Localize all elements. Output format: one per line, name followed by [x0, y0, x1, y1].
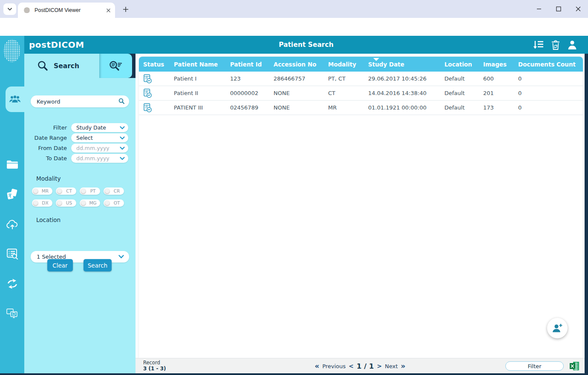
to-date-select[interactable]: dd.mm.yyyy	[71, 154, 128, 163]
browser-tab[interactable]: PostDICOM Viewer	[18, 3, 115, 18]
search-tab-icon	[37, 60, 49, 72]
column-header-accession-no[interactable]: Accession No	[274, 57, 328, 72]
modality-toggle-ot[interactable]: OT	[104, 199, 124, 207]
cell-study-date: 01.01.1921 00:00:00	[368, 104, 444, 111]
window-close-button[interactable]	[568, 0, 588, 18]
tab-advanced-search[interactable]	[99, 54, 132, 78]
column-header-patient-name[interactable]: Patient Name	[174, 57, 230, 72]
from-date-select[interactable]: dd.mm.yyyy	[71, 144, 128, 153]
cloud-upload-icon	[6, 219, 19, 230]
column-header-study-date[interactable]: Study Date	[368, 57, 444, 72]
cell-modality: PT, CT	[328, 75, 368, 82]
trash-recycle-icon[interactable]	[551, 40, 560, 50]
chevron-down-icon	[120, 136, 125, 140]
table-header-row: Status Patient Name Patient Id Accession…	[139, 57, 583, 72]
column-header-documents-count[interactable]: Documents Count	[518, 57, 583, 72]
from-date-label: From Date	[38, 144, 67, 153]
account-person-icon[interactable]	[568, 40, 577, 50]
sort-descending-indicator	[373, 58, 379, 61]
to-date-label: To Date	[46, 154, 67, 163]
modality-toggle-cr[interactable]: CR	[104, 188, 124, 195]
cell-study-date: 14.04.2016 14:38:40	[368, 90, 444, 96]
cell-images: 173	[483, 104, 518, 111]
study-status-icon	[143, 74, 153, 84]
search-tab-label: Search	[54, 62, 79, 70]
sort-descending-icon[interactable]	[533, 40, 544, 50]
column-header-images[interactable]: Images	[483, 57, 518, 72]
chevron-down-icon	[120, 126, 125, 130]
clear-button[interactable]: Clear	[47, 259, 73, 271]
tab-search-chevron-button[interactable]	[3, 3, 16, 15]
browser-tab-strip: PostDICOM Viewer	[0, 0, 588, 18]
search-button[interactable]: Search	[84, 259, 112, 271]
sidebar-item-cloud-upload[interactable]	[0, 215, 24, 234]
tab-close-icon[interactable]	[106, 8, 111, 13]
sidebar-item-sync[interactable]	[0, 274, 24, 293]
window-maximize-button[interactable]	[549, 0, 568, 18]
filter-button[interactable]: Filter	[505, 361, 564, 371]
previous-page-button[interactable]: Previous	[322, 363, 346, 369]
modality-toggle-pt[interactable]: PT	[80, 188, 100, 195]
window-minimize-button[interactable]	[529, 0, 549, 18]
chevron-down-icon	[118, 255, 124, 259]
keyword-input[interactable]	[31, 95, 129, 107]
study-cards-icon	[6, 188, 19, 201]
toggle-knob	[104, 188, 110, 194]
cell-images: 201	[483, 90, 518, 96]
cell-images: 600	[483, 75, 518, 82]
toggle-knob	[33, 200, 38, 206]
add-patient-fab[interactable]	[547, 318, 568, 338]
filter-label: Filter	[53, 123, 67, 132]
modality-toggle-us[interactable]: US	[56, 199, 76, 207]
browser-toolbar: germany.postdicom.com/Viewer/Main	[0, 18, 588, 36]
to-date-row: To Date dd.mm.yyyy	[24, 154, 135, 163]
column-header-location[interactable]: Location	[444, 57, 483, 72]
cell-patient-name: Patient II	[174, 90, 230, 96]
next-page-button[interactable]: Next	[385, 363, 398, 369]
location-label: Location	[36, 216, 61, 223]
patients-people-icon	[9, 94, 21, 104]
modality-toggle-mr[interactable]: MR	[32, 188, 52, 195]
modality-toggle-ct[interactable]: CT	[56, 188, 76, 195]
sidebar-item-studies[interactable]	[0, 185, 24, 204]
location-select[interactable]: 1 Selected	[31, 251, 129, 262]
table-row[interactable]: Patient II 00000002 NONE CT 14.04.2016 1…	[139, 86, 583, 101]
sidebar-item-patients[interactable]	[6, 87, 24, 112]
cell-patient-id: 123	[230, 75, 274, 82]
window-controls	[529, 0, 588, 18]
page-edge-bottom	[0, 373, 588, 375]
study-status-icon	[143, 103, 153, 113]
first-page-button[interactable]: «	[314, 363, 319, 370]
column-header-patient-id[interactable]: Patient Id	[230, 57, 274, 72]
patient-table: Status Patient Name Patient Id Accession…	[139, 57, 583, 358]
postdicom-logo-icon	[3, 38, 22, 63]
toggle-knob	[33, 188, 38, 194]
last-page-button[interactable]: »	[401, 363, 406, 370]
cell-patient-name: Patient I	[174, 75, 230, 82]
cell-documents-count: 0	[518, 90, 583, 96]
cell-accession-no: NONE	[274, 104, 328, 111]
table-row[interactable]: Patient I 123 286466757 PT, CT 29.06.201…	[139, 72, 583, 86]
cell-documents-count: 0	[518, 104, 583, 111]
modality-toggle-mg[interactable]: MG	[80, 199, 100, 207]
tab-basic-search[interactable]: Search	[24, 54, 99, 78]
left-sidebar	[0, 36, 24, 373]
toggle-knob	[81, 200, 86, 206]
sidebar-item-remote-share[interactable]	[0, 304, 24, 323]
modality-label: Modality	[36, 175, 61, 182]
prev-chevron-button[interactable]: <	[349, 363, 354, 369]
filter-select[interactable]: Study Date	[71, 123, 128, 132]
column-header-status[interactable]: Status	[139, 57, 174, 72]
sidebar-item-folders[interactable]	[0, 155, 24, 174]
excel-export-icon[interactable]	[570, 361, 579, 371]
modality-toggle-dx[interactable]: DX	[32, 199, 52, 207]
remote-monitors-icon	[6, 308, 19, 319]
new-tab-button[interactable]	[120, 4, 131, 15]
from-date-row: From Date dd.mm.yyyy	[24, 144, 135, 153]
table-row[interactable]: PATIENT III 02456789 NONE MR 01.01.1921 …	[139, 101, 583, 115]
next-chevron-button[interactable]: >	[377, 363, 382, 369]
favicon	[23, 7, 30, 14]
date-range-select[interactable]: Select	[71, 133, 128, 142]
column-header-modality[interactable]: Modality	[328, 57, 368, 72]
sidebar-item-worklist-search[interactable]	[0, 245, 24, 263]
